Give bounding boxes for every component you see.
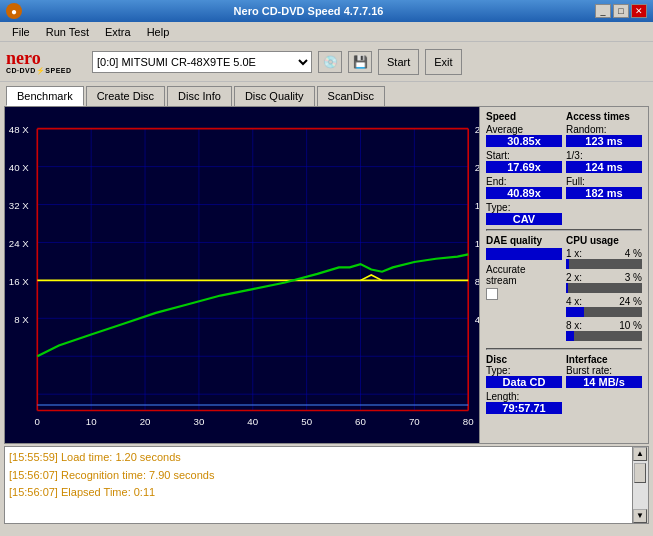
tab-benchmark[interactable]: Benchmark xyxy=(6,86,84,106)
menu-run-test[interactable]: Run Test xyxy=(38,24,97,40)
svg-text:40: 40 xyxy=(247,416,258,427)
speed-end-value: 40.89x xyxy=(486,187,562,199)
svg-text:24: 24 xyxy=(475,124,479,135)
svg-text:16: 16 xyxy=(475,200,479,211)
tab-disc-info[interactable]: Disc Info xyxy=(167,86,232,106)
disc-length-value: 79:57.71 xyxy=(486,402,562,414)
tab-disc-quality[interactable]: Disc Quality xyxy=(234,86,315,106)
save-icon[interactable]: 💾 xyxy=(348,51,372,73)
svg-text:24 X: 24 X xyxy=(9,238,29,249)
disc-icon[interactable]: 💿 xyxy=(318,51,342,73)
title-bar: ● Nero CD-DVD Speed 4.7.7.16 _ □ ✕ xyxy=(0,0,653,22)
interface-col: Interface Burst rate: 14 MB/s xyxy=(566,354,642,414)
accurate-label: Accurate stream xyxy=(486,264,562,286)
disc-type-label: Disc xyxy=(486,354,562,365)
window-controls: _ □ ✕ xyxy=(595,4,647,18)
access-random-value: 123 ms xyxy=(566,135,642,147)
speed-end-label: End: xyxy=(486,176,562,187)
exit-button[interactable]: Exit xyxy=(425,49,461,75)
svg-text:20: 20 xyxy=(140,416,151,427)
chart-area: 48 X 40 X 32 X 24 X 16 X 8 X 24 20 16 12… xyxy=(5,107,480,443)
cpu-col: CPU usage 1 x:4 % 2 x:3 % 4 x:24 % 8 x:1… xyxy=(566,235,642,344)
window-title: Nero CD-DVD Speed 4.7.7.16 xyxy=(22,5,595,17)
disc-type-sub: Type: xyxy=(486,365,562,376)
minimize-button[interactable]: _ xyxy=(595,4,611,18)
burst-value: 14 MB/s xyxy=(566,376,642,388)
accurate-stream-checkbox-row xyxy=(486,288,562,300)
speed-start-label: Start: xyxy=(486,150,562,161)
dae-cpu-section: DAE quality Accurate stream CPU usage 1 … xyxy=(486,235,642,344)
nero-subtitle: CD·DVD⚡SPEED xyxy=(6,67,86,75)
svg-text:40 X: 40 X xyxy=(9,162,29,173)
svg-text:4: 4 xyxy=(475,314,479,325)
speed-col: Speed Average 30.85x Start: 17.69x End: … xyxy=(486,111,562,225)
cpu-title: CPU usage xyxy=(566,235,642,246)
svg-text:32 X: 32 X xyxy=(9,200,29,211)
svg-text:16 X: 16 X xyxy=(9,276,29,287)
log-area: [15:55:59] Load time: 1.20 seconds [15:5… xyxy=(4,446,649,524)
speed-section: Speed Average 30.85x Start: 17.69x End: … xyxy=(486,111,642,225)
access-random-label: Random: xyxy=(566,124,642,135)
menu-help[interactable]: Help xyxy=(139,24,178,40)
dae-bar xyxy=(486,248,562,260)
svg-text:12: 12 xyxy=(475,238,479,249)
svg-text:80: 80 xyxy=(463,416,474,427)
main-content: 48 X 40 X 32 X 24 X 16 X 8 X 24 20 16 12… xyxy=(4,106,649,444)
log-line-1: [15:56:07] Recognition time: 7.90 second… xyxy=(9,467,628,485)
svg-text:8 X: 8 X xyxy=(14,314,29,325)
scroll-thumb[interactable] xyxy=(634,463,646,483)
maximize-button[interactable]: □ xyxy=(613,4,629,18)
speed-type-value: CAV xyxy=(486,213,562,225)
scroll-up-button[interactable]: ▲ xyxy=(633,447,647,461)
speed-average-label: Average xyxy=(486,124,562,135)
nero-brand: nero xyxy=(6,49,86,67)
log-content: [15:55:59] Load time: 1.20 seconds [15:5… xyxy=(5,447,632,523)
nero-logo: nero CD·DVD⚡SPEED xyxy=(6,49,86,75)
toolbar: nero CD·DVD⚡SPEED [0:0] MITSUMI CR-48X9T… xyxy=(0,42,653,82)
access-col: Access times Random: 123 ms 1/3: 124 ms … xyxy=(566,111,642,225)
svg-text:10: 10 xyxy=(86,416,97,427)
svg-text:0: 0 xyxy=(35,416,41,427)
menu-bar: File Run Test Extra Help xyxy=(0,22,653,42)
menu-extra[interactable]: Extra xyxy=(97,24,139,40)
access-full-value: 182 ms xyxy=(566,187,642,199)
cpu-row-2: 4 x:24 % xyxy=(566,296,642,317)
svg-text:60: 60 xyxy=(355,416,366,427)
cpu-row-0: 1 x:4 % xyxy=(566,248,642,269)
disc-col: Disc Type: Data CD Length: 79:57.71 xyxy=(486,354,562,414)
access-full-label: Full: xyxy=(566,176,642,187)
accurate-stream-checkbox[interactable] xyxy=(486,288,498,300)
disc-interface-section: Disc Type: Data CD Length: 79:57.71 Inte… xyxy=(486,354,642,414)
svg-text:8: 8 xyxy=(475,276,479,287)
speed-type-label: Type: xyxy=(486,202,562,213)
dae-col: DAE quality Accurate stream xyxy=(486,235,562,344)
access-title: Access times xyxy=(566,111,642,122)
right-panel: Speed Average 30.85x Start: 17.69x End: … xyxy=(480,107,648,443)
cpu-row-1: 2 x:3 % xyxy=(566,272,642,293)
log-line-2: [15:56:07] Elapsed Time: 0:11 xyxy=(9,484,628,502)
menu-file[interactable]: File xyxy=(4,24,38,40)
svg-text:20: 20 xyxy=(475,162,479,173)
interface-title: Interface xyxy=(566,354,642,365)
scroll-down-button[interactable]: ▼ xyxy=(633,509,647,523)
chart-svg: 48 X 40 X 32 X 24 X 16 X 8 X 24 20 16 12… xyxy=(5,107,479,443)
dae-title: DAE quality xyxy=(486,235,562,246)
svg-text:70: 70 xyxy=(409,416,420,427)
cpu-row-3: 8 x:10 % xyxy=(566,320,642,341)
start-button[interactable]: Start xyxy=(378,49,419,75)
close-button[interactable]: ✕ xyxy=(631,4,647,18)
drive-selector[interactable]: [0:0] MITSUMI CR-48X9TE 5.0E xyxy=(92,51,312,73)
disc-type-value: Data CD xyxy=(486,376,562,388)
log-scrollbar: ▲ ▼ xyxy=(632,447,648,523)
burst-label: Burst rate: xyxy=(566,365,642,376)
speed-start-value: 17.69x xyxy=(486,161,562,173)
access-third-value: 124 ms xyxy=(566,161,642,173)
access-third-label: 1/3: xyxy=(566,150,642,161)
svg-text:48 X: 48 X xyxy=(9,124,29,135)
svg-text:50: 50 xyxy=(301,416,312,427)
tab-create-disc[interactable]: Create Disc xyxy=(86,86,165,106)
svg-rect-0 xyxy=(5,107,479,443)
disc-length-label: Length: xyxy=(486,391,562,402)
window-icon: ● xyxy=(6,3,22,19)
tab-scan-disc[interactable]: ScanDisc xyxy=(317,86,385,106)
